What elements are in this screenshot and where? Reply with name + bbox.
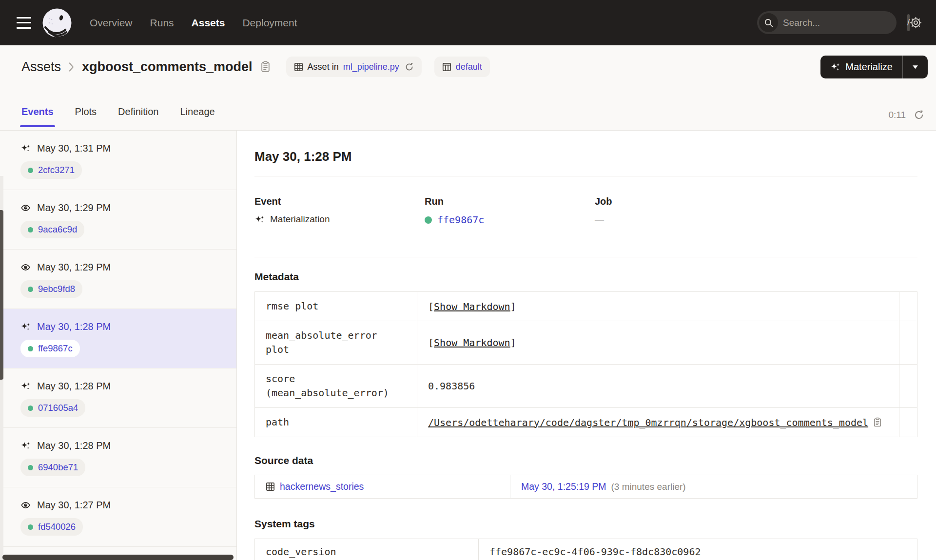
metadata-row-end <box>899 321 917 365</box>
nav-item-overview[interactable]: Overview <box>90 17 133 29</box>
event-list-panel: May 30, 1:31 PM 2cfc3271 May 30, 1:29 PM… <box>0 131 237 560</box>
job-label: Job <box>595 196 765 207</box>
metadata-row: mean_absolute_error plot[Show Markdown] <box>255 321 917 365</box>
metadata-table: rmse plot[Show Markdown]mean_absolute_er… <box>254 291 917 437</box>
run-id-pill[interactable]: fd540026 <box>20 518 83 536</box>
run-status-dot <box>28 465 33 470</box>
event-timestamp: May 30, 1:28 PM <box>37 381 111 392</box>
system-tag-key: code_version <box>255 539 479 560</box>
event-list-item[interactable]: May 30, 1:27 PM fd540026 <box>0 487 236 547</box>
run-status-dot <box>28 287 33 292</box>
event-list-item[interactable]: May 30, 1:29 PM 9aca6c9d <box>0 190 236 250</box>
metadata-key: rmse plot <box>255 292 417 321</box>
metadata-row-end <box>899 292 917 321</box>
run-id-pill[interactable]: 2cfc3271 <box>20 161 82 179</box>
run-id-link[interactable]: ffe9867c <box>38 343 73 354</box>
materialize-sparkle-icon <box>830 62 840 72</box>
event-list-item[interactable]: May 30, 1:28 PM ffe9867c <box>0 309 236 368</box>
dagster-logo[interactable] <box>42 8 72 38</box>
nav-item-deployment[interactable]: Deployment <box>242 17 297 29</box>
left-scrollbar-thumb[interactable] <box>0 210 3 380</box>
system-tags-table: code_versionffe9867c-ec9c-4f06-939c-f8dc… <box>254 539 917 560</box>
global-search[interactable]: / <box>757 11 897 34</box>
run-status-dot <box>28 524 33 530</box>
source-asset-link[interactable]: hackernews_stories <box>266 481 499 492</box>
asset-grid-icon <box>294 62 303 72</box>
repository-badge[interactable]: default <box>434 57 490 77</box>
event-timestamp: May 30, 1:27 PM <box>37 500 111 511</box>
event-list-item[interactable]: May 30, 1:28 PM 6940be71 <box>0 428 236 487</box>
run-id-pill[interactable]: 071605a4 <box>20 399 85 417</box>
breadcrumb-assets-link[interactable]: Assets <box>21 59 61 75</box>
menu-button[interactable] <box>17 17 31 29</box>
run-status-dot <box>28 168 33 173</box>
source-data-table: hackernews_stories May 30, 1:25:19 PM(3 … <box>254 475 917 499</box>
refresh-countdown: 0:11 <box>888 110 906 120</box>
metadata-value: [Show Markdown] <box>417 292 899 321</box>
observation-icon <box>20 500 31 510</box>
metadata-value: 0.983856 <box>417 365 899 408</box>
run-id-pill[interactable]: 6940be71 <box>20 459 85 476</box>
materialize-label: Materialize <box>845 61 893 73</box>
tab-lineage[interactable]: Lineage <box>180 106 214 130</box>
metadata-key: score(mean_absolute_error) <box>255 365 417 408</box>
event-timestamp: May 30, 1:28 PM <box>37 440 111 451</box>
source-time-link[interactable]: May 30, 1:25:19 PM <box>521 481 606 492</box>
source-data-row: hackernews_stories May 30, 1:25:19 PM(3 … <box>255 475 917 499</box>
left-scrollbar-track[interactable] <box>0 176 3 560</box>
run-id-pill[interactable]: ffe9867c <box>20 340 80 357</box>
run-status-dot <box>28 406 33 411</box>
tab-definition[interactable]: Definition <box>118 106 158 130</box>
reload-location-icon[interactable] <box>405 62 414 72</box>
materialize-button[interactable]: Materialize <box>820 56 902 78</box>
system-tags-heading: System tags <box>254 518 917 530</box>
source-data-heading: Source data <box>254 455 917 466</box>
run-id-link[interactable]: 2cfc3271 <box>38 165 75 175</box>
run-id-link[interactable]: ffe9867c <box>437 214 484 226</box>
metadata-row: score(mean_absolute_error)0.983856 <box>255 365 917 408</box>
materialize-dropdown-button[interactable] <box>902 56 928 78</box>
nav-item-assets[interactable]: Assets <box>192 17 225 29</box>
system-tag-value: ffe9867c-ec9c-4f06-939c-f8dc830c0962 <box>479 539 917 560</box>
run-id-link[interactable]: 9aca6c9d <box>38 224 77 235</box>
materialization-icon <box>254 214 265 225</box>
run-id-pill[interactable]: 9aca6c9d <box>20 221 84 238</box>
metadata-value: /Users/odetteharary/code/dagster/tmp_0mz… <box>417 408 899 437</box>
nav-item-runs[interactable]: Runs <box>150 17 174 29</box>
system-tag-row: code_versionffe9867c-ec9c-4f06-939c-f8dc… <box>255 539 917 560</box>
settings-gear-icon[interactable] <box>909 16 922 29</box>
source-asset-name[interactable]: hackernews_stories <box>280 481 364 492</box>
asset-location-badge[interactable]: Asset in ml_pipeline.py <box>286 57 422 77</box>
horizontal-scrollbar-thumb[interactable] <box>2 555 234 560</box>
path-link[interactable]: /Users/odetteharary/code/dagster/tmp_0mz… <box>428 417 868 428</box>
tab-events[interactable]: Events <box>21 106 54 130</box>
refresh-icon[interactable] <box>914 110 924 120</box>
pipeline-file-link[interactable]: ml_pipeline.py <box>343 62 399 72</box>
observation-icon <box>20 262 31 272</box>
primary-nav: OverviewRunsAssetsDeployment <box>90 17 297 29</box>
run-id-pill[interactable]: 9ebc9fd8 <box>20 280 82 298</box>
tab-plots[interactable]: Plots <box>75 106 97 130</box>
event-timestamp: May 30, 1:28 PM <box>37 321 111 332</box>
show-markdown-link[interactable]: Show Markdown <box>434 301 510 312</box>
metadata-row-end <box>899 408 917 437</box>
run-id-link[interactable]: 9ebc9fd8 <box>38 284 75 294</box>
show-markdown-link[interactable]: Show Markdown <box>434 337 510 348</box>
run-id-link[interactable]: 071605a4 <box>38 403 78 413</box>
asset-header: Assets xgboost_comments_model Asset in m… <box>0 45 936 88</box>
metadata-key: mean_absolute_error plot <box>255 321 417 365</box>
repository-name-link[interactable]: default <box>456 62 482 72</box>
metadata-heading: Metadata <box>254 271 917 283</box>
event-list-item[interactable]: May 30, 1:31 PM 2cfc3271 <box>0 131 236 190</box>
run-id-link[interactable]: 6940be71 <box>38 462 78 473</box>
job-value: — <box>595 214 604 225</box>
event-summary-row: Event Materialization Run ffe9867c Job — <box>254 196 917 226</box>
copy-asset-name-icon[interactable] <box>260 61 271 73</box>
search-input[interactable] <box>778 18 907 28</box>
search-icon <box>759 13 778 32</box>
run-id-link[interactable]: fd540026 <box>38 521 76 532</box>
event-timestamp: May 30, 1:29 PM <box>37 262 111 273</box>
copy-path-icon[interactable] <box>873 417 882 427</box>
event-list-item[interactable]: May 30, 1:29 PM 9ebc9fd8 <box>0 250 236 309</box>
event-list-item[interactable]: May 30, 1:28 PM 071605a4 <box>0 368 236 428</box>
